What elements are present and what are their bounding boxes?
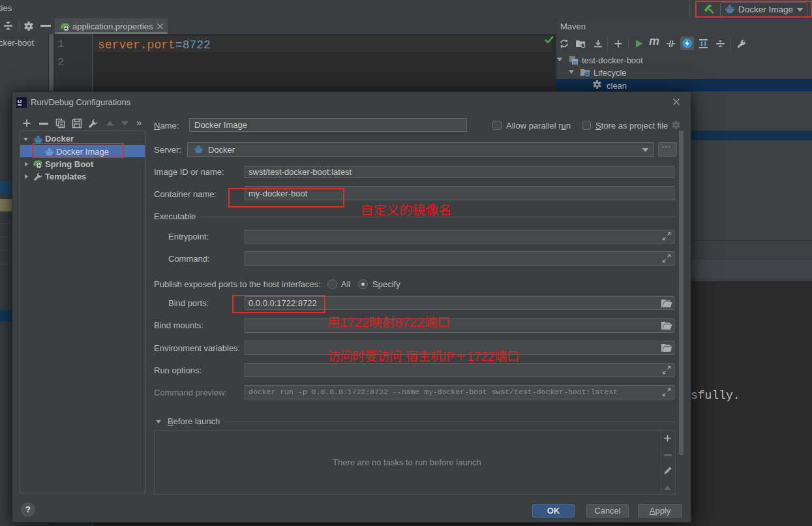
svg-text:m: m	[573, 59, 578, 66]
svg-text:IJ: IJ	[18, 99, 22, 104]
